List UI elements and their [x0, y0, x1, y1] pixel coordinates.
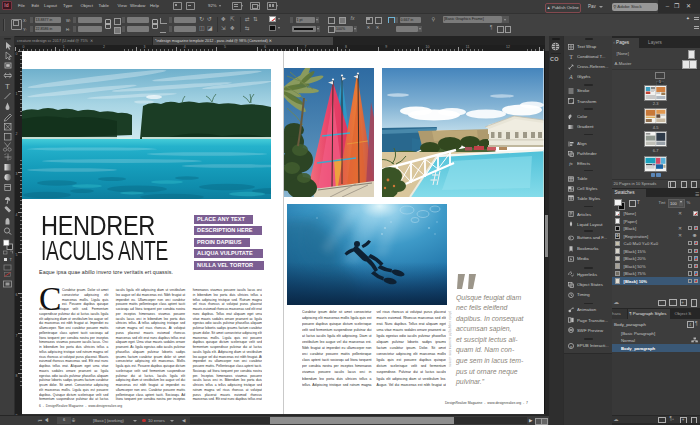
- svg-text:A: A: [568, 74, 573, 80]
- svg-text:T: T: [5, 82, 10, 91]
- svg-text:T: T: [569, 54, 573, 60]
- svg-text:T: T: [10, 257, 13, 262]
- svg-text:fx: fx: [569, 161, 573, 166]
